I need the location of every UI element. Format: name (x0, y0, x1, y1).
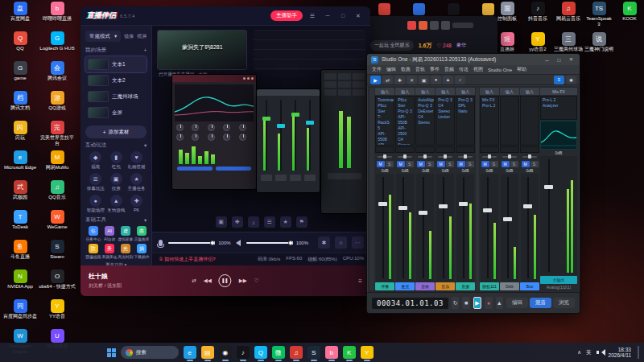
menu-item[interactable]: Studio One (488, 68, 512, 72)
show-desktop-button[interactable] (638, 346, 639, 359)
minimize-button[interactable]: ─ (543, 57, 551, 63)
menu-item[interactable]: 音频 (444, 66, 454, 73)
bend-tool-icon[interactable]: ▲ (443, 76, 453, 84)
loop-button[interactable]: ↻ (452, 297, 459, 309)
desktop-icon[interactable]: 闪 闪玩 (2, 121, 39, 150)
channel-fader[interactable] (501, 174, 518, 282)
pan-slider[interactable] (375, 154, 394, 160)
category-badge[interactable]: 一起玩 全民娱乐 (370, 40, 414, 51)
fader-cap[interactable] (544, 185, 553, 189)
knob[interactable] (208, 134, 215, 141)
desktop-icon[interactable]: ♫ QQ音乐 (39, 180, 76, 210)
solo-button[interactable]: S (406, 161, 414, 167)
menu-item[interactable]: 歌曲 (401, 66, 411, 73)
sticker-tool-icon[interactable]: ★ (280, 216, 291, 228)
add-material-button[interactable]: +添加素材 (85, 125, 147, 138)
pan-slider[interactable] (456, 154, 475, 160)
text-tool-icon[interactable]: ☰ (264, 216, 275, 228)
help-tip-link[interactable]: ① 如何快速上手直播伴侣? (159, 256, 215, 263)
insert-slots[interactable]: P6cc Ster Pro-Q 3 API-550B API-2500 C4 S… (395, 96, 415, 146)
settings-icon[interactable]: ✱ (566, 76, 576, 84)
tray-overflow-caret[interactable]: ∧ (577, 349, 581, 356)
desktop-icon[interactable]: 完 完美世界竞技平台 (39, 121, 76, 150)
previous-track-button[interactable]: ◀◀ (204, 278, 212, 284)
mixer-channel-strip[interactable]: 输入 AutoAlign Pro-Q 3 DeEsser C4 Stereo M… (415, 88, 435, 290)
menu-item[interactable]: 视图 (473, 66, 483, 73)
speaker-icon[interactable] (236, 240, 241, 246)
settings-icon[interactable]: ✱ (318, 237, 330, 249)
plugin-sliders[interactable] (177, 167, 251, 171)
channel-name-tab[interactable]: 直播 (456, 282, 475, 290)
volume-icon[interactable] (597, 349, 604, 356)
mute-button[interactable]: M (522, 161, 530, 167)
taskbar-app-icon[interactable]: 微 (272, 346, 285, 359)
insert-slots[interactable]: AutoAlign Pro-Q 3 DeEsser C4 Stereo (415, 96, 435, 146)
menu-item[interactable]: 事件 (430, 66, 440, 73)
mute-button[interactable]: M (457, 161, 465, 167)
tool-item[interactable]: 美 美颜美化 (101, 244, 118, 259)
fader[interactable] (277, 100, 285, 171)
pan-slider[interactable] (415, 154, 435, 160)
knob[interactable] (176, 134, 184, 141)
channel-input-select[interactable]: 输入 (395, 88, 415, 95)
channel-name-tab[interactable]: 音效 (415, 282, 435, 290)
tool-item[interactable]: 光 高光时刻 (118, 244, 134, 259)
scene-item[interactable]: 全屏 (85, 105, 147, 121)
mixer-channel-strip[interactable]: 输入 M S 0dB Bus (520, 88, 539, 290)
channel-fader[interactable] (436, 174, 454, 282)
taskbar-app-icon[interactable]: e (184, 346, 196, 359)
fader-cap[interactable] (419, 211, 427, 215)
add-scene-icon[interactable]: + (143, 47, 147, 53)
channel-input-select[interactable]: 输入 (520, 88, 539, 95)
interact-item[interactable]: ★ 主播任务 (126, 173, 147, 191)
record-button[interactable]: ● (485, 297, 492, 309)
range-tool-icon[interactable]: ⇄ (382, 76, 393, 84)
flag-tool-icon[interactable]: ⚑ (296, 216, 308, 228)
desktop-icon[interactable]: b 哔哩哔哩直播 (39, 2, 76, 31)
master-fader[interactable] (540, 156, 577, 275)
tab-browse[interactable]: 浏览 (553, 298, 575, 308)
playlist-icon[interactable]: ≡ (358, 278, 362, 285)
channel-name-tab[interactable]: 麦克 (395, 282, 415, 290)
chevron-down-icon[interactable]: ▾ (144, 142, 147, 149)
desktop-icon[interactable]: ♪ 抖音音乐 (523, 2, 552, 31)
mute-button[interactable]: M (397, 161, 405, 167)
fader-cap[interactable] (503, 217, 512, 221)
fader-cap[interactable] (483, 208, 492, 212)
menu-item[interactable]: 传送 (459, 66, 469, 73)
metronome-button[interactable]: ▲ (496, 297, 503, 309)
taskbar-app-icon[interactable]: ◉ (219, 346, 232, 359)
insert-slots[interactable] (520, 96, 539, 146)
desktop-icon[interactable]: Q QQ (2, 31, 39, 61)
headset-icon[interactable]: ∩ (335, 237, 347, 249)
mirror-toggle[interactable]: 镜像 (124, 33, 134, 40)
scene-item[interactable]: 文本2 (85, 72, 147, 88)
stream-preview[interactable]: 蒙洞失了码8281 (157, 30, 247, 70)
desktop-icon[interactable]: M 网易MuMu (39, 150, 76, 180)
add-tool-icon[interactable]: ✚ (232, 216, 243, 228)
maximize-button[interactable]: □ (337, 10, 349, 22)
desktop-icon[interactable]: TS TeamSpeak 3 (584, 2, 613, 31)
taskbar-app-icon[interactable]: Q (254, 346, 267, 359)
arrow-tool-icon[interactable]: ▶ (370, 76, 381, 84)
fader-cap[interactable] (459, 202, 468, 206)
taskbar-app-icon[interactable]: Y (361, 346, 374, 359)
mixer-channel-strip[interactable]: 输入 Pro-Q 3 C4 Stereo Limiter M S 0dB 音乐 (436, 88, 455, 290)
desktop-icon[interactable]: 说 三魔神门说明 (584, 32, 613, 62)
interact-item[interactable]: ◆ 福袋 (85, 151, 105, 170)
tool-item[interactable]: 曲 正版曲库 (134, 226, 150, 241)
tool-item[interactable]: 防 防骗指南 (85, 244, 101, 259)
channel-fader[interactable] (376, 174, 394, 282)
master-name-tab[interactable]: 主输出 (540, 276, 577, 284)
channel-input-select[interactable]: 输入 (456, 88, 475, 95)
taskbar-app-icon[interactable]: b (325, 346, 338, 359)
minimize-button[interactable]: ─ (322, 10, 333, 22)
mixer-channel-strip[interactable]: 输入 M S 0dB Disk (500, 88, 519, 290)
fader-cap[interactable] (378, 202, 387, 206)
tool-item[interactable]: 虚 虚拟形象 (118, 226, 134, 241)
pan-slider[interactable] (436, 154, 455, 160)
insert-slots[interactable]: Pro-Q 3 DPL Nativ (456, 96, 475, 146)
taskbar-app-icon[interactable]: S (308, 346, 320, 359)
send-slot[interactable] (520, 146, 539, 153)
insert-slots[interactable]: Mix FX Pro-L 2 (480, 96, 499, 146)
